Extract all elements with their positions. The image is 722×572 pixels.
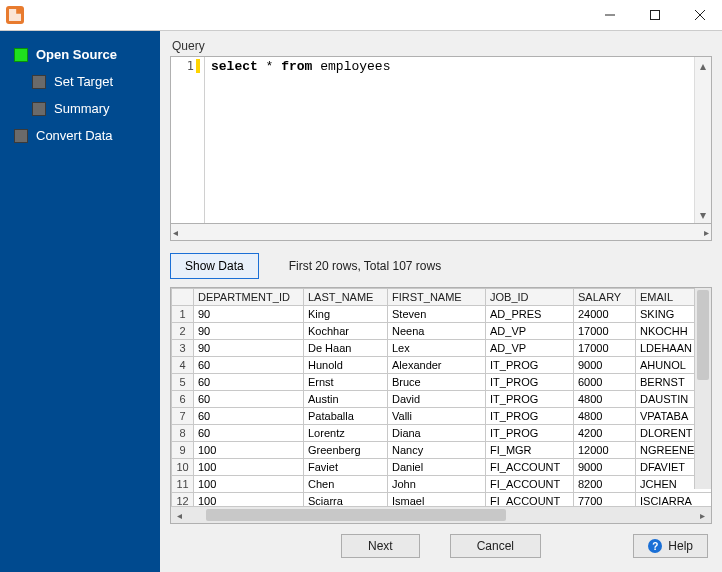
table-cell[interactable]: 17000 xyxy=(574,340,636,357)
table-cell[interactable]: Ismael xyxy=(388,493,486,507)
table-cell[interactable]: Nancy xyxy=(388,442,486,459)
row-number-header[interactable] xyxy=(172,289,194,306)
table-cell[interactable]: 9000 xyxy=(574,459,636,476)
table-cell[interactable]: FI_ACCOUNT xyxy=(486,476,574,493)
table-cell[interactable]: IT_PROG xyxy=(486,425,574,442)
wizard-step-open-source[interactable]: Open Source xyxy=(0,41,160,68)
table-cell[interactable]: Greenberg xyxy=(304,442,388,459)
table-cell[interactable]: John xyxy=(388,476,486,493)
show-data-button[interactable]: Show Data xyxy=(170,253,259,279)
scroll-down-icon[interactable]: ▾ xyxy=(695,206,711,223)
table-cell[interactable]: 100 xyxy=(194,476,304,493)
table-row[interactable]: 11100ChenJohnFI_ACCOUNT8200JCHEN xyxy=(172,476,712,493)
results-table-scroll[interactable]: DEPARTMENT_IDLAST_NAMEFIRST_NAMEJOB_IDSA… xyxy=(171,288,711,506)
code-area[interactable]: select * from employees xyxy=(205,57,694,223)
cancel-button[interactable]: Cancel xyxy=(450,534,541,558)
table-cell[interactable]: Chen xyxy=(304,476,388,493)
maximize-button[interactable] xyxy=(632,0,677,30)
table-cell[interactable]: 4800 xyxy=(574,391,636,408)
scroll-left-icon[interactable]: ◂ xyxy=(173,227,178,238)
table-cell[interactable]: 12000 xyxy=(574,442,636,459)
table-cell[interactable]: Sciarra xyxy=(304,493,388,507)
minimize-button[interactable] xyxy=(587,0,632,30)
table-cell[interactable]: Ernst xyxy=(304,374,388,391)
editor-horizontal-scrollbar[interactable]: ◂ ▸ xyxy=(170,224,712,241)
table-cell[interactable]: 100 xyxy=(194,442,304,459)
table-cell[interactable]: David xyxy=(388,391,486,408)
table-row[interactable]: 560ErnstBruceIT_PROG6000BERNST xyxy=(172,374,712,391)
table-cell[interactable]: FI_ACCOUNT xyxy=(486,493,574,507)
query-editor[interactable]: 1 select * from employees ▴ ▾ xyxy=(170,56,712,224)
wizard-step-summary[interactable]: Summary xyxy=(0,95,160,122)
table-cell[interactable]: 4200 xyxy=(574,425,636,442)
table-cell[interactable]: 6000 xyxy=(574,374,636,391)
table-row[interactable]: 10100FavietDanielFI_ACCOUNT9000DFAVIET xyxy=(172,459,712,476)
table-cell[interactable]: 9000 xyxy=(574,357,636,374)
next-button[interactable]: Next xyxy=(341,534,420,558)
table-cell[interactable]: King xyxy=(304,306,388,323)
table-cell[interactable]: Faviet xyxy=(304,459,388,476)
scrollbar-thumb[interactable] xyxy=(206,509,506,521)
table-row[interactable]: 9100GreenbergNancyFI_MGR12000NGREENE xyxy=(172,442,712,459)
table-cell[interactable]: IT_PROG xyxy=(486,374,574,391)
table-cell[interactable]: 90 xyxy=(194,323,304,340)
table-cell[interactable]: 7700 xyxy=(574,493,636,507)
table-cell[interactable]: IT_PROG xyxy=(486,391,574,408)
table-cell[interactable]: 60 xyxy=(194,408,304,425)
table-row[interactable]: 190KingStevenAD_PRES24000SKING xyxy=(172,306,712,323)
table-cell[interactable]: 100 xyxy=(194,493,304,507)
column-header[interactable]: SALARY xyxy=(574,289,636,306)
table-cell[interactable]: 60 xyxy=(194,357,304,374)
table-cell[interactable]: AD_VP xyxy=(486,340,574,357)
table-row[interactable]: 660AustinDavidIT_PROG4800DAUSTIN xyxy=(172,391,712,408)
table-cell[interactable]: AD_VP xyxy=(486,323,574,340)
table-cell[interactable]: 90 xyxy=(194,306,304,323)
table-cell[interactable]: AD_PRES xyxy=(486,306,574,323)
table-cell[interactable]: FI_MGR xyxy=(486,442,574,459)
table-cell[interactable]: Austin xyxy=(304,391,388,408)
help-button[interactable]: ? Help xyxy=(633,534,708,558)
editor-vertical-scrollbar[interactable]: ▴ ▾ xyxy=(694,57,711,223)
table-horizontal-scrollbar[interactable]: ◂ ▸ xyxy=(171,506,711,523)
scroll-right-icon[interactable]: ▸ xyxy=(694,510,711,521)
table-cell[interactable]: Bruce xyxy=(388,374,486,391)
table-row[interactable]: 760PataballaValliIT_PROG4800VPATABA xyxy=(172,408,712,425)
wizard-step-convert-data[interactable]: Convert Data xyxy=(0,122,160,149)
table-cell[interactable]: 100 xyxy=(194,459,304,476)
table-cell[interactable]: IT_PROG xyxy=(486,357,574,374)
close-button[interactable] xyxy=(677,0,722,30)
table-cell[interactable]: 60 xyxy=(194,425,304,442)
table-row[interactable]: 460HunoldAlexanderIT_PROG9000AHUNOL xyxy=(172,357,712,374)
scrollbar-thumb[interactable] xyxy=(697,290,709,380)
column-header[interactable]: LAST_NAME xyxy=(304,289,388,306)
table-cell[interactable]: Steven xyxy=(388,306,486,323)
table-cell[interactable]: 24000 xyxy=(574,306,636,323)
table-cell[interactable]: Diana xyxy=(388,425,486,442)
table-cell[interactable]: 17000 xyxy=(574,323,636,340)
scrollbar-track[interactable] xyxy=(188,507,694,523)
scroll-left-icon[interactable]: ◂ xyxy=(171,510,188,521)
wizard-step-set-target[interactable]: Set Target xyxy=(0,68,160,95)
table-cell[interactable]: FI_ACCOUNT xyxy=(486,459,574,476)
table-cell[interactable]: Hunold xyxy=(304,357,388,374)
table-cell[interactable]: Alexander xyxy=(388,357,486,374)
table-cell[interactable]: ISCIARRA xyxy=(636,493,712,507)
table-row[interactable]: 290KochharNeenaAD_VP17000NKOCHH xyxy=(172,323,712,340)
table-cell[interactable]: De Haan xyxy=(304,340,388,357)
table-cell[interactable]: Neena xyxy=(388,323,486,340)
table-cell[interactable]: Pataballa xyxy=(304,408,388,425)
table-row[interactable]: 860LorentzDianaIT_PROG4200DLORENT xyxy=(172,425,712,442)
table-row[interactable]: 390De HaanLexAD_VP17000LDEHAAN xyxy=(172,340,712,357)
table-cell[interactable]: Valli xyxy=(388,408,486,425)
column-header[interactable]: DEPARTMENT_ID xyxy=(194,289,304,306)
column-header[interactable]: JOB_ID xyxy=(486,289,574,306)
scroll-up-icon[interactable]: ▴ xyxy=(695,57,711,74)
table-cell[interactable]: 4800 xyxy=(574,408,636,425)
table-cell[interactable]: Lex xyxy=(388,340,486,357)
table-cell[interactable]: IT_PROG xyxy=(486,408,574,425)
table-cell[interactable]: Kochhar xyxy=(304,323,388,340)
table-cell[interactable]: Lorentz xyxy=(304,425,388,442)
table-cell[interactable]: 8200 xyxy=(574,476,636,493)
table-vertical-scrollbar[interactable] xyxy=(694,288,711,489)
scroll-right-icon[interactable]: ▸ xyxy=(704,227,709,238)
